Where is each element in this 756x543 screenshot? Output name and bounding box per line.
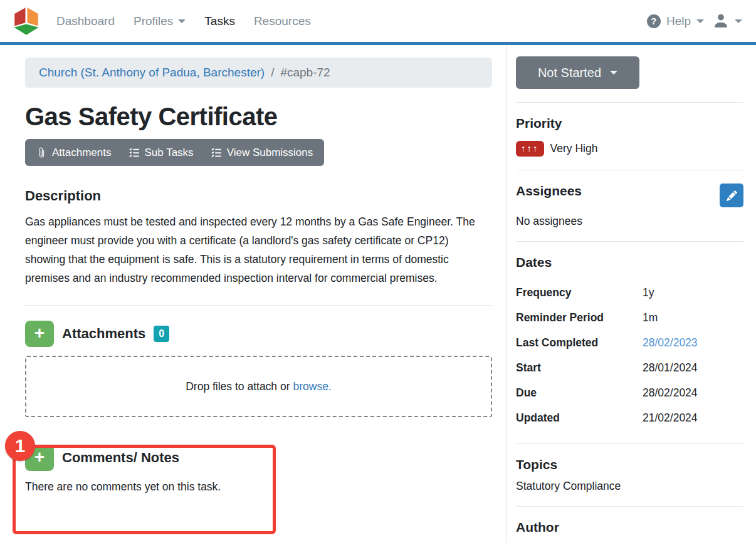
toolbar-button-label: Attachments	[52, 147, 112, 159]
page-title: Gas Safety Certificate	[25, 103, 492, 131]
date-value: 1m	[643, 311, 658, 324]
status-dropdown-button[interactable]: Not Started	[516, 56, 639, 89]
date-row-start: Start 28/01/2024	[516, 355, 743, 380]
dates-table: Frequency 1y Reminder Period 1m Last Com…	[516, 280, 743, 430]
person-icon	[713, 13, 729, 29]
nav-item-tasks[interactable]: Tasks	[204, 14, 235, 28]
edit-assignees-button[interactable]	[720, 184, 743, 207]
description-text: Gas appliances must be tested and inspec…	[25, 212, 489, 287]
breadcrumb: Church (St. Anthony of Padua, Barchester…	[25, 58, 492, 88]
date-row-last-completed: Last Completed 28/02/2023	[516, 330, 743, 355]
date-value: 28/02/2024	[643, 386, 698, 400]
breadcrumb-task-id: #capb-72	[280, 66, 330, 80]
browse-files-link[interactable]: browse.	[293, 380, 332, 393]
attachments-count-badge: 0	[154, 326, 169, 342]
priority-value: Very High	[550, 142, 598, 155]
chevron-down-icon	[610, 71, 617, 75]
assignees-heading: Assignees	[516, 184, 582, 199]
breadcrumb-separator: /	[271, 66, 274, 80]
date-label: Reminder Period	[516, 311, 643, 324]
pencil-icon	[727, 190, 737, 201]
date-value: 28/01/2024	[643, 361, 698, 375]
topics-heading: Topics	[516, 457, 743, 472]
comments-header: + Comments/ Notes	[25, 445, 492, 471]
nav-label: Dashboard	[56, 14, 115, 28]
app-logo[interactable]	[11, 5, 41, 38]
help-menu[interactable]: ? Help	[647, 14, 704, 28]
toolbar-button-label: View Submissions	[227, 147, 313, 159]
breadcrumb-profile-link[interactable]: Church (St. Anthony of Padua, Barchester…	[39, 66, 265, 80]
date-value: 1y	[643, 286, 654, 299]
date-row-due: Due 28/02/2024	[516, 380, 743, 405]
date-label: Start	[516, 361, 643, 375]
nav-label: Tasks	[204, 14, 235, 28]
date-label: Frequency	[516, 286, 643, 299]
author-heading: Author	[516, 520, 743, 535]
file-dropzone[interactable]: Drop files to attach or browse.	[25, 356, 492, 417]
nav-label: Profiles	[134, 14, 173, 28]
status-label: Not Started	[538, 66, 601, 80]
view-submissions-button[interactable]: View Submissions	[202, 139, 322, 166]
top-navbar: Dashboard Profiles Tasks Resources ? Hel…	[0, 0, 756, 45]
date-label: Due	[516, 386, 643, 400]
dropzone-text: Drop files to attach or	[186, 380, 290, 393]
date-value: 21/02/2024	[643, 411, 698, 425]
attachments-button[interactable]: Attachments	[28, 139, 120, 166]
task-detail-main: Church (St. Anthony of Padua, Barchester…	[0, 45, 492, 543]
date-label: Updated	[516, 411, 643, 425]
nav-item-profiles[interactable]: Profiles	[134, 14, 186, 28]
add-comment-button[interactable]: +	[25, 445, 54, 471]
last-completed-link[interactable]: 28/02/2023	[643, 336, 698, 349]
help-label: Help	[666, 14, 691, 28]
attachments-heading: Attachments	[62, 326, 145, 342]
divider	[25, 305, 492, 306]
navbar-right: ? Help	[647, 13, 742, 29]
task-list-icon	[129, 147, 140, 158]
comments-empty-text: There are no comments yet on this task.	[25, 480, 492, 494]
main-nav: Dashboard Profiles Tasks Resources	[56, 14, 311, 28]
priority-value-row: ↑↑↑ Very High	[516, 141, 743, 157]
nav-item-resources[interactable]: Resources	[254, 14, 311, 28]
add-attachment-button[interactable]: +	[25, 321, 54, 347]
date-row-reminder-period: Reminder Period 1m	[516, 305, 743, 330]
assignees-value: No assignees	[516, 215, 743, 228]
divider	[516, 443, 743, 444]
priority-heading: Priority	[516, 116, 743, 131]
help-question-icon: ?	[647, 14, 661, 28]
user-menu[interactable]	[713, 13, 742, 29]
chevron-down-icon	[735, 19, 742, 23]
task-toolbar: Attachments Sub Tasks View Submissions	[25, 139, 324, 166]
dates-heading: Dates	[516, 255, 743, 270]
chevron-down-icon	[696, 19, 704, 23]
priority-arrows-icon: ↑↑↑	[516, 141, 544, 157]
divider	[516, 241, 743, 242]
divider	[516, 170, 743, 170]
divider	[516, 506, 743, 507]
chevron-down-icon	[178, 19, 186, 23]
task-sidebar: Not Started Priority ↑↑↑ Very High Assig…	[506, 45, 756, 543]
divider	[516, 102, 743, 103]
nav-item-dashboard[interactable]: Dashboard	[56, 14, 115, 28]
nav-label: Resources	[254, 14, 311, 28]
date-row-frequency: Frequency 1y	[516, 280, 743, 305]
date-row-updated: Updated 21/02/2024	[516, 405, 743, 430]
comments-heading: Comments/ Notes	[62, 450, 179, 466]
sub-tasks-button[interactable]: Sub Tasks	[120, 139, 202, 166]
attachments-header: + Attachments 0	[25, 321, 492, 347]
description-heading: Description	[25, 188, 492, 204]
assignees-header: Assignees	[516, 184, 743, 207]
comments-section: + Comments/ Notes There are no comments …	[25, 445, 492, 494]
topics-value: Statutory Compliance	[516, 480, 743, 493]
toolbar-button-label: Sub Tasks	[145, 147, 194, 159]
task-list-icon	[211, 147, 222, 158]
date-label: Last Completed	[516, 336, 643, 349]
paperclip-icon	[36, 147, 47, 158]
cube-logo-icon	[11, 6, 41, 36]
